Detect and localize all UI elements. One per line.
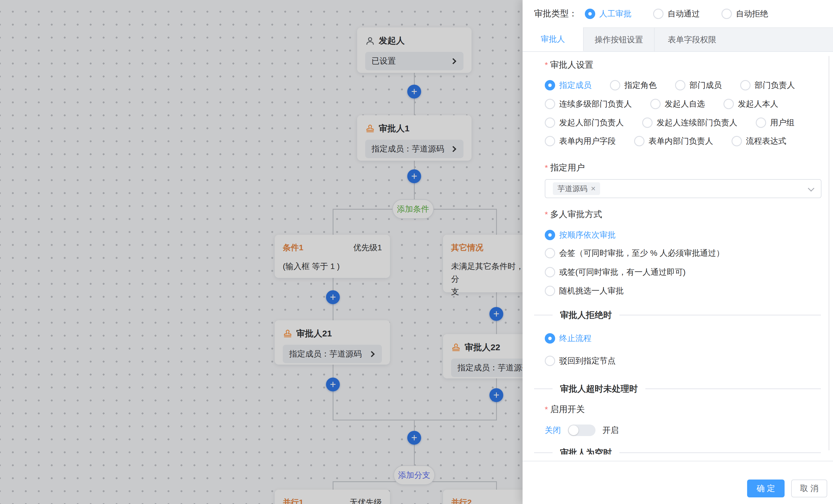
radio-terminate-process[interactable]: 终止流程 — [545, 333, 592, 344]
assign-user-label: 指定用户 — [545, 162, 585, 174]
radio-icon — [653, 9, 664, 19]
radio-icon — [642, 118, 652, 128]
switch-on-label: 开启 — [602, 425, 619, 436]
approval-type-header: 审批类型： 人工审批 自动通过 自动拒绝 — [523, 0, 833, 27]
radio-auto-approve[interactable]: 自动通过 — [653, 8, 700, 19]
radio-icon — [740, 80, 751, 91]
user-tag: 芋道源码 × — [553, 182, 600, 195]
radio-multi-level-dept-leader[interactable]: 连续多级部门负责人 — [545, 99, 632, 109]
timeout-toggle[interactable] — [568, 425, 595, 436]
radio-icon — [634, 136, 644, 146]
timeout-divider: 审批人超时未处理时 — [534, 383, 821, 395]
switch-off-label: 关闭 — [545, 425, 561, 436]
radio-icon — [545, 118, 555, 128]
tab-form-field-permission[interactable]: 表单字段权限 — [654, 28, 730, 51]
reject-divider: 审批人拒绝时 — [534, 309, 821, 321]
drawer-footer: 确 定 取 消 — [523, 461, 833, 504]
tag-remove-icon[interactable]: × — [591, 184, 595, 193]
radio-orsign[interactable]: 或签(可同时审批，有一人通过即可) — [545, 267, 686, 278]
cancel-button[interactable]: 取 消 — [791, 480, 827, 497]
radio-form-user-field[interactable]: 表单内用户字段 — [545, 136, 616, 147]
radio-designated-member[interactable]: 指定成员 — [545, 80, 592, 91]
settings-tabs: 审批人 操作按钮设置 表单字段权限 — [523, 27, 833, 52]
bpm-designer-page: 发起人 已设置 + 审批人1 指定成员：芋道源码 — [0, 0, 833, 504]
radio-form-dept-leader[interactable]: 表单内部门负责人 — [634, 136, 713, 147]
radio-initiator-multi-dept-leader[interactable]: 发起人连续部门负责人 — [642, 117, 737, 128]
radio-selected-icon — [585, 9, 595, 19]
radio-icon — [610, 80, 620, 91]
radio-icon — [545, 286, 555, 296]
radio-selected-icon — [545, 230, 555, 240]
radio-designated-role[interactable]: 指定角色 — [610, 80, 657, 91]
approval-type-label: 审批类型： — [534, 8, 577, 20]
radio-icon — [650, 99, 661, 109]
approval-settings-drawer: 审批类型： 人工审批 自动通过 自动拒绝 审批人 操作按钮设置 表单字段权限 审… — [523, 0, 833, 504]
enable-switch-label: 启用开关 — [545, 403, 585, 415]
multi-approve-label: 多人审批方式 — [545, 208, 602, 220]
chevron-down-icon — [808, 185, 814, 192]
approver-setting-row1: 指定成员 指定角色 部门成员 部门负责人 — [545, 79, 795, 91]
confirm-button[interactable]: 确 定 — [747, 480, 785, 497]
user-tag-label: 芋道源码 — [557, 184, 588, 194]
radio-sequential-approval[interactable]: 按顺序依次审批 — [545, 229, 616, 241]
assign-user-select[interactable]: 芋道源码 × — [545, 179, 822, 198]
radio-return-to-node[interactable]: 驳回到指定节点 — [545, 355, 616, 367]
tab-button-settings[interactable]: 操作按钮设置 — [584, 28, 654, 51]
radio-process-expression[interactable]: 流程表达式 — [732, 136, 786, 147]
radio-icon — [732, 136, 742, 146]
radio-countersign[interactable]: 会签（可同时审批，至少 % 人必须审批通过） — [545, 247, 724, 259]
approver-setting-row4: 表单内用户字段 表单内部门负责人 流程表达式 — [545, 135, 786, 147]
radio-initiator-choose[interactable]: 发起人自选 — [650, 99, 705, 109]
radio-icon — [756, 118, 766, 128]
radio-icon — [545, 136, 555, 146]
radio-user-group[interactable]: 用户组 — [756, 117, 794, 128]
radio-icon — [545, 356, 555, 366]
approver-setting-row2: 连续多级部门负责人 发起人自选 发起人本人 — [545, 98, 778, 110]
radio-manual-approval[interactable]: 人工审批 — [585, 8, 632, 19]
approver-setting-row3: 发起人部门负责人 发起人连续部门负责人 用户组 — [545, 117, 794, 128]
scrollbar[interactable] — [828, 56, 830, 450]
empty-approver-divider: 审批人为空时 — [534, 447, 821, 454]
radio-selected-icon — [545, 80, 555, 91]
toggle-knob — [569, 425, 578, 435]
approver-setting-label: 审批人设置 — [545, 59, 593, 71]
radio-icon — [721, 9, 732, 19]
radio-random-one[interactable]: 随机挑选一人审批 — [545, 285, 624, 297]
radio-dept-leader[interactable]: 部门负责人 — [740, 80, 795, 91]
approver-tab-pane: 审批人设置 指定成员 指定角色 部门成员 部门负责人 — [523, 52, 833, 454]
radio-dept-member[interactable]: 部门成员 — [675, 80, 722, 91]
radio-auto-reject[interactable]: 自动拒绝 — [721, 8, 768, 19]
tab-approver[interactable]: 审批人 — [523, 27, 584, 51]
radio-icon — [545, 267, 555, 277]
timeout-switch-row: 关闭 开启 — [545, 424, 619, 436]
radio-icon — [675, 80, 685, 91]
radio-initiator-dept-leader[interactable]: 发起人部门负责人 — [545, 117, 624, 128]
radio-selected-icon — [545, 333, 555, 344]
radio-initiator-self[interactable]: 发起人本人 — [723, 99, 778, 109]
radio-icon — [545, 248, 555, 258]
radio-icon — [545, 99, 555, 109]
radio-icon — [723, 99, 734, 109]
